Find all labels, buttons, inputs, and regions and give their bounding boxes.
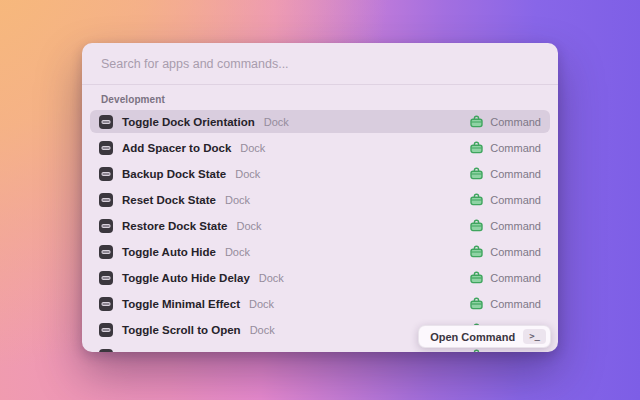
list-item-6[interactable]: Toggle Auto Hide Delay Dock Command bbox=[90, 266, 550, 289]
list-item-2[interactable]: Backup Dock State Dock Command bbox=[90, 162, 550, 185]
dock-app-icon bbox=[99, 115, 113, 129]
command-type-label: Command bbox=[490, 350, 541, 353]
command-subtitle: Dock bbox=[249, 298, 274, 310]
command-subtitle: Dock bbox=[250, 324, 275, 336]
command-title: Backup Dock State bbox=[122, 168, 226, 180]
dock-app-icon bbox=[99, 271, 113, 285]
extension-command-icon bbox=[470, 245, 483, 258]
extension-command-icon bbox=[470, 297, 483, 310]
list-item-main: Toggle Show Hidden Dock bbox=[99, 349, 470, 353]
command-title: Restore Dock State bbox=[122, 220, 227, 232]
list-item-7[interactable]: Toggle Minimal Effect Dock Command bbox=[90, 292, 550, 315]
list-item-accessory: Command bbox=[470, 219, 541, 232]
command-title: Add Spacer to Dock bbox=[122, 142, 231, 154]
list-item-1[interactable]: Add Spacer to Dock Dock Command bbox=[90, 136, 550, 159]
command-rows: Toggle Dock Orientation Dock Command Add… bbox=[90, 110, 550, 352]
list-item-accessory: Command bbox=[470, 245, 541, 258]
list-item-0[interactable]: Toggle Dock Orientation Dock Command bbox=[90, 110, 550, 133]
dock-app-icon bbox=[99, 245, 113, 259]
extension-command-icon bbox=[470, 219, 483, 232]
command-title: Toggle Scroll to Open bbox=[122, 324, 241, 336]
command-palette-window: Development Toggle Dock Orientation Dock… bbox=[82, 43, 558, 352]
list-item-3[interactable]: Reset Dock State Dock Command bbox=[90, 188, 550, 211]
list-item-accessory: Command bbox=[470, 349, 541, 352]
dock-app-icon bbox=[99, 297, 113, 311]
list-item-accessory: Command bbox=[470, 271, 541, 284]
list-item-main: Reset Dock State Dock bbox=[99, 193, 470, 207]
extension-command-icon bbox=[470, 167, 483, 180]
command-type-label: Command bbox=[490, 168, 541, 180]
list-item-main: Toggle Minimal Effect Dock bbox=[99, 297, 470, 311]
list-item-main: Toggle Dock Orientation Dock bbox=[99, 115, 470, 129]
command-title: Toggle Auto Hide bbox=[122, 246, 216, 258]
command-title: Toggle Dock Orientation bbox=[122, 116, 255, 128]
command-title: Reset Dock State bbox=[122, 194, 216, 206]
dock-app-icon bbox=[99, 193, 113, 207]
command-title: Toggle Minimal Effect bbox=[122, 298, 240, 310]
search-bar bbox=[82, 43, 558, 85]
open-command-label: Open Command bbox=[430, 331, 515, 343]
section-header-development: Development bbox=[101, 94, 539, 105]
extension-command-icon bbox=[470, 115, 483, 128]
dock-app-icon bbox=[99, 141, 113, 155]
terminal-prompt-keycap-icon: >_ bbox=[523, 329, 546, 344]
command-subtitle: Dock bbox=[225, 246, 250, 258]
command-title: Toggle Auto Hide Delay bbox=[122, 272, 250, 284]
command-type-label: Command bbox=[490, 246, 541, 258]
command-type-label: Command bbox=[490, 220, 541, 232]
extension-command-icon bbox=[470, 193, 483, 206]
command-subtitle: Dock bbox=[236, 220, 261, 232]
command-type-label: Command bbox=[490, 142, 541, 154]
dock-app-icon bbox=[99, 349, 113, 353]
list-item-accessory: Command bbox=[470, 141, 541, 154]
extension-command-icon bbox=[470, 349, 483, 352]
command-type-label: Command bbox=[490, 116, 541, 128]
dock-app-icon bbox=[99, 323, 113, 337]
list-item-main: Backup Dock State Dock bbox=[99, 167, 470, 181]
dock-app-icon bbox=[99, 219, 113, 233]
search-input[interactable] bbox=[101, 57, 539, 71]
list-item-accessory: Command bbox=[470, 167, 541, 180]
list-item-4[interactable]: Restore Dock State Dock Command bbox=[90, 214, 550, 237]
desktop-background: Development Toggle Dock Orientation Dock… bbox=[0, 0, 640, 400]
command-type-label: Command bbox=[490, 298, 541, 310]
list-item-main: Restore Dock State Dock bbox=[99, 219, 470, 233]
results-list: Development Toggle Dock Orientation Dock… bbox=[82, 85, 558, 352]
list-item-main: Toggle Auto Hide Delay Dock bbox=[99, 271, 470, 285]
list-item-accessory: Command bbox=[470, 193, 541, 206]
command-title: Toggle Show Hidden bbox=[122, 350, 235, 353]
list-item-accessory: Command bbox=[470, 297, 541, 310]
command-subtitle: Dock bbox=[244, 350, 269, 353]
list-item-main: Toggle Auto Hide Dock bbox=[99, 245, 470, 259]
command-subtitle: Dock bbox=[225, 194, 250, 206]
command-subtitle: Dock bbox=[235, 168, 260, 180]
command-type-label: Command bbox=[490, 272, 541, 284]
extension-command-icon bbox=[470, 141, 483, 154]
list-item-main: Add Spacer to Dock Dock bbox=[99, 141, 470, 155]
command-subtitle: Dock bbox=[259, 272, 284, 284]
command-type-label: Command bbox=[490, 194, 541, 206]
list-item-accessory: Command bbox=[470, 115, 541, 128]
list-item-5[interactable]: Toggle Auto Hide Dock Command bbox=[90, 240, 550, 263]
extension-command-icon bbox=[470, 271, 483, 284]
open-command-hint[interactable]: Open Command >_ bbox=[418, 325, 551, 348]
list-item-main: Toggle Scroll to Open Dock bbox=[99, 323, 470, 337]
command-subtitle: Dock bbox=[240, 142, 265, 154]
dock-app-icon bbox=[99, 167, 113, 181]
command-subtitle: Dock bbox=[264, 116, 289, 128]
